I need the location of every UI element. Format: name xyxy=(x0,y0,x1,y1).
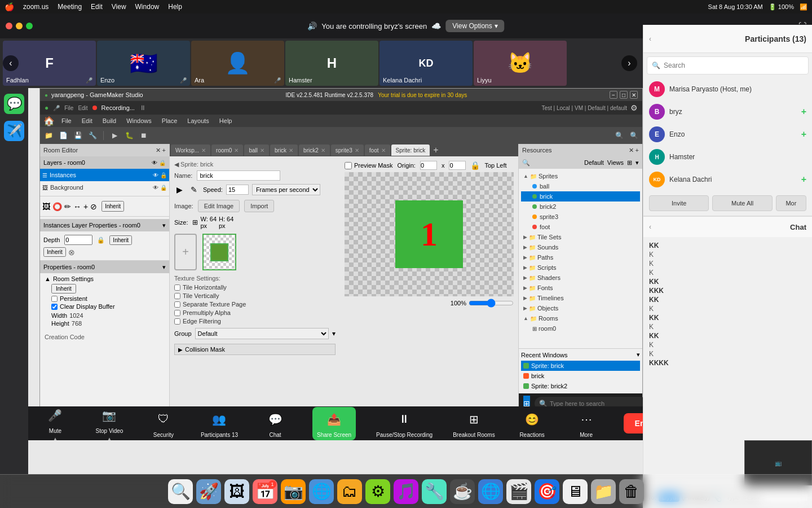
search-resources-icon[interactable]: 🔍 xyxy=(522,159,530,167)
gm-tool-zoom-out[interactable]: 🔍 xyxy=(628,129,640,142)
menu-view[interactable]: View xyxy=(112,3,126,11)
room0-item[interactable]: ⊞ room0 xyxy=(521,323,640,334)
depth-input[interactable] xyxy=(64,235,92,245)
gm-menu-build[interactable]: Build xyxy=(98,115,121,127)
preview-mask-checkbox[interactable] xyxy=(345,162,352,169)
instances-layer[interactable]: ☰ Instances 👁 🔒 xyxy=(40,169,169,181)
separate-texture-checkbox[interactable] xyxy=(174,301,180,308)
tab-room0[interactable]: room0 ✕ xyxy=(211,144,243,156)
mute-button[interactable]: 🎤 Mute ▲ xyxy=(38,405,72,441)
brick2-close-icon[interactable]: ✕ xyxy=(321,147,325,154)
dock-zoom[interactable]: 🎬 xyxy=(506,479,531,504)
search-input[interactable] xyxy=(664,62,804,69)
dock-finder[interactable]: 🔍 xyxy=(168,479,193,504)
sprite-brick2[interactable]: brick2 xyxy=(521,202,640,212)
telegram-icon[interactable]: ✈️ xyxy=(4,121,24,141)
gm-close-button[interactable]: ✕ xyxy=(630,91,638,99)
shaders-folder[interactable]: ▶ 📁 Shaders xyxy=(521,273,640,283)
rooms-folder[interactable]: ▲ 📁 Rooms xyxy=(521,313,640,323)
dock-launchpad[interactable]: 🚀 xyxy=(196,479,221,504)
tile-v-checkbox[interactable] xyxy=(174,293,180,299)
fonts-folder[interactable]: ▶ 📁 Fonts xyxy=(521,283,640,293)
foot-close-icon[interactable]: ✕ xyxy=(381,147,386,154)
mute-all-button[interactable]: Mute All xyxy=(712,195,772,211)
sounds-folder[interactable]: ▶ 📁 Sounds xyxy=(521,242,640,252)
pause-recording-button[interactable]: ⏸ Pause/Stop Recording xyxy=(376,409,433,438)
tile-h-checkbox[interactable] xyxy=(174,284,180,291)
layer-more-icon[interactable]: + xyxy=(83,202,88,211)
menu-help[interactable]: Help xyxy=(168,3,182,11)
participant-bryz[interactable]: B bryz + xyxy=(643,100,812,123)
layer-transform-icon[interactable]: ↔ xyxy=(73,202,81,211)
security-button[interactable]: 🛡 Security xyxy=(147,409,180,438)
tab-workspace[interactable]: Worksp... ✕ xyxy=(171,144,210,156)
inherit-btn2[interactable]: Inherit xyxy=(43,247,66,257)
gm-menu-place[interactable]: Place xyxy=(157,115,182,127)
new-tab-icon[interactable]: + xyxy=(433,145,438,155)
view-options-button[interactable]: View Options ▾ xyxy=(445,20,504,32)
background-layer[interactable]: 🖼 Background 👁 🔒 xyxy=(40,181,169,194)
gm-tool-zoom-in[interactable]: 🔍 xyxy=(613,129,625,142)
speed-input[interactable] xyxy=(226,185,249,195)
group-select[interactable]: Default xyxy=(195,328,329,339)
workspace-close-icon[interactable]: ✕ xyxy=(201,147,206,154)
reactions-button[interactable]: 😊 Reactions xyxy=(515,409,549,438)
participant-hamster-chat[interactable]: H Hamster xyxy=(643,146,812,168)
recent-sprite-brick[interactable]: Sprite: brick xyxy=(521,361,640,371)
stop-video-button[interactable]: 📷 Stop Video ▲ xyxy=(92,405,126,441)
collapse-icon[interactable]: ▲ xyxy=(45,275,51,282)
participant-enzo-chat[interactable]: E Enzo + xyxy=(643,123,812,146)
breakout-rooms-button[interactable]: ⊞ Breakout Rooms xyxy=(453,409,495,438)
apple-logo-icon[interactable]: 🍎 xyxy=(5,2,14,11)
dock-music[interactable]: 🎵 xyxy=(394,479,418,504)
chat-button[interactable]: 💬 Chat xyxy=(258,409,292,438)
nav-left-arrow[interactable]: ‹ xyxy=(3,55,19,71)
zoom-slider[interactable] xyxy=(469,299,514,308)
brick-close-icon[interactable]: ✕ xyxy=(289,147,293,154)
dock-chrome[interactable]: 🎯 xyxy=(535,479,559,504)
sprite-sprite3[interactable]: sprite3 xyxy=(521,212,640,222)
mute-arrow[interactable]: ▲ xyxy=(53,436,58,441)
collision-mask-button[interactable]: ▶ Collision Mask xyxy=(174,344,336,355)
tab-foot[interactable]: foot ✕ xyxy=(365,144,390,156)
tab-sprite-brick[interactable]: Sprite: brick xyxy=(391,144,430,156)
video-arrow[interactable]: ▲ xyxy=(107,436,112,441)
kelana-more-icon[interactable]: + xyxy=(801,174,806,185)
room0-close-icon[interactable]: ✕ xyxy=(234,147,239,154)
recent-brick[interactable]: brick xyxy=(521,371,640,381)
gm-menu-file[interactable]: File xyxy=(57,115,76,127)
lock-origin-icon[interactable]: 🔒 xyxy=(470,161,480,170)
layer-circle-icon[interactable]: ⭕ xyxy=(52,202,62,211)
sprite-edit-frames-button[interactable]: ✎ xyxy=(188,185,200,194)
views-icon[interactable]: ⊞ xyxy=(627,159,632,167)
gm-tool-save[interactable]: 💾 xyxy=(72,129,84,142)
more-button[interactable]: ⋯ More xyxy=(570,409,603,438)
origin-y-input[interactable] xyxy=(449,161,466,170)
dock-mail[interactable]: 🌐 xyxy=(309,479,334,504)
invite-button[interactable]: Invite xyxy=(649,195,709,211)
inherit-button[interactable]: Inherit xyxy=(102,201,124,212)
tilesets-folder[interactable]: ▶ 📁 Tile Sets xyxy=(521,232,640,242)
sprite3-close-icon[interactable]: ✕ xyxy=(355,147,359,154)
dock-settings[interactable]: ⚙ xyxy=(365,479,390,504)
bg-eye-icon[interactable]: 👁 🔒 xyxy=(153,185,167,191)
sprite-play-button[interactable]: ▶ xyxy=(174,185,185,194)
import-button[interactable]: Import xyxy=(244,200,274,212)
close-dot[interactable] xyxy=(6,23,12,29)
objects-folder[interactable]: ▶ 📁 Objects xyxy=(521,303,640,313)
gm-tool-stop[interactable]: ⏹ xyxy=(138,129,150,142)
gm-tool-new[interactable]: 📄 xyxy=(57,129,69,142)
gm-menu-edit[interactable]: Edit xyxy=(77,115,97,127)
chat-collapse-icon[interactable]: ‹ xyxy=(649,223,651,231)
expand-arrow-icon[interactable]: ▾ xyxy=(636,159,639,167)
expand-participants-icon[interactable]: ‹ xyxy=(649,35,651,43)
sprite-brick[interactable]: brick xyxy=(521,191,640,202)
edge-filtering-checkbox[interactable] xyxy=(174,318,180,325)
gm-minimize-button[interactable]: − xyxy=(610,91,617,99)
enzo-more-icon[interactable]: + xyxy=(801,129,806,139)
tab-brick2[interactable]: brick2 ✕ xyxy=(299,144,330,156)
layer-select-icon[interactable]: ✏ xyxy=(64,202,71,211)
dock-calendar[interactable]: 📅 1 xyxy=(253,479,277,504)
instances-eye-icon[interactable]: 👁 🔒 xyxy=(153,172,167,178)
minimize-dot[interactable] xyxy=(16,23,23,29)
